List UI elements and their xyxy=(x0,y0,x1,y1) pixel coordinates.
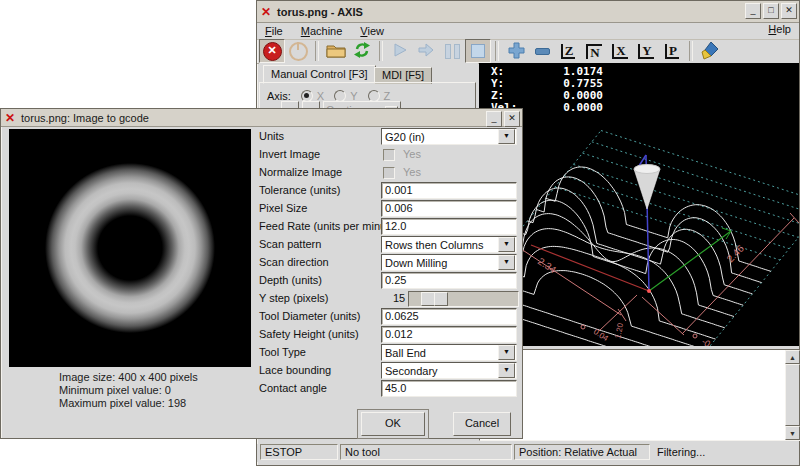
pause-button[interactable] xyxy=(439,39,465,63)
tool-diameter-units-input[interactable]: 0.0625 xyxy=(381,308,517,325)
vertical-scrollbar[interactable]: ▲ ▼ xyxy=(785,350,800,440)
field-label: Scan direction xyxy=(259,254,329,271)
chevron-down-icon: ▼ xyxy=(498,255,515,270)
min-pixel-text: Minimum pixel value: 0 xyxy=(59,384,198,397)
normalize-image-checkbox[interactable] xyxy=(383,167,395,179)
tool-type-dropdown[interactable]: Ball End▼ xyxy=(381,344,517,361)
menubar-left: FileMachineView xyxy=(265,25,402,37)
axis-window-title: torus.png - AXIS xyxy=(277,6,363,18)
clear-plot-button[interactable] xyxy=(697,39,723,63)
step-button[interactable] xyxy=(413,39,439,63)
field-label: Tolerance (units) xyxy=(259,182,340,199)
view-p-button[interactable]: P xyxy=(659,39,685,63)
field-control: 0.001 xyxy=(381,182,517,199)
scroll-up-icon[interactable]: ▲ xyxy=(785,350,800,364)
view-z-rot-button[interactable]: N xyxy=(581,39,607,63)
field-control: 0.012 xyxy=(381,326,517,343)
axis-titlebar[interactable]: ✕ torus.png - AXIS _ □ ✕ xyxy=(257,1,799,23)
close-button[interactable]: ✕ xyxy=(781,3,797,19)
view-y-button[interactable]: Y xyxy=(633,39,659,63)
run-button[interactable] xyxy=(387,39,413,63)
app-logo-icon: ✕ xyxy=(261,7,271,17)
ok-button[interactable]: OK xyxy=(361,412,425,436)
scan-pattern-dropdown[interactable]: Rows then Columns▼ xyxy=(381,236,517,253)
field-control: 0.0625 xyxy=(381,308,517,325)
gcode-text-area[interactable]: ▲ ▼ xyxy=(479,349,800,441)
menu-help[interactable]: Help xyxy=(768,23,791,35)
feed-rate-units-per-minute-input[interactable]: 12.0 xyxy=(381,218,517,235)
chevron-down-icon: ▼ xyxy=(498,237,515,252)
open-file-button[interactable] xyxy=(323,39,349,63)
letter-n-icon: N xyxy=(586,44,601,59)
dialog-title: torus.png: Image to gcode xyxy=(21,112,149,124)
dimension-small-label: 1.20 xyxy=(613,322,625,340)
power-icon xyxy=(289,42,308,61)
view-x-button[interactable]: X xyxy=(607,39,633,63)
scroll-down-icon[interactable]: ▼ xyxy=(785,426,800,440)
dimension-left-label: 2.34 xyxy=(536,255,559,275)
maximize-button[interactable]: □ xyxy=(763,3,779,19)
menu-file[interactable]: File xyxy=(265,25,283,37)
lace-bounding-dropdown[interactable]: Secondary▼ xyxy=(381,362,517,379)
units-dropdown[interactable]: G20 (in)▼ xyxy=(381,128,517,145)
toolbar-separator xyxy=(379,41,383,61)
scan-direction-dropdown[interactable]: Down Milling▼ xyxy=(381,254,517,271)
chevron-down-icon: ▼ xyxy=(498,363,515,378)
field-label: Tool Diameter (units) xyxy=(259,308,360,325)
max-pixel-text: Maximum pixel value: 198 xyxy=(59,397,198,410)
depth-units-input[interactable]: 0.25 xyxy=(381,272,517,289)
field-control: 12.0 xyxy=(381,218,517,235)
menu-view[interactable]: View xyxy=(360,25,384,37)
field-label: Scan pattern xyxy=(259,236,321,253)
zoom-out-icon xyxy=(535,48,550,55)
machine-power-button[interactable] xyxy=(285,39,311,63)
stop-button[interactable] xyxy=(465,39,491,63)
field-label: Safety Height (units) xyxy=(259,326,359,343)
folder-icon xyxy=(326,42,346,60)
stop-icon xyxy=(471,44,485,58)
dimension-small-label: 0.04 xyxy=(592,327,610,343)
field-control: Secondary▼ xyxy=(381,362,517,379)
slider-handle[interactable] xyxy=(434,292,448,306)
image-info: Image size: 400 x 400 pixels Minimum pix… xyxy=(59,371,198,410)
safety-height-units-input[interactable]: 0.012 xyxy=(381,326,517,343)
estop-button[interactable] xyxy=(259,39,285,63)
field-control: 0.006 xyxy=(381,200,517,217)
field-label: Tool Type xyxy=(259,344,306,361)
source-image-panel xyxy=(9,129,251,367)
zoom-in-button[interactable] xyxy=(503,39,529,63)
field-label: Depth (units) xyxy=(259,272,322,289)
image-to-gcode-dialog: ✕ torus.png: Image to gcode _ ✕ Image si… xyxy=(0,108,523,439)
toolbar-separator xyxy=(689,41,693,61)
contact-angle-input[interactable]: 45.0 xyxy=(381,380,517,397)
dialog-minimize-button[interactable]: _ xyxy=(486,111,502,127)
reload-icon xyxy=(353,41,371,61)
run-icon xyxy=(392,42,408,60)
zoom-out-button[interactable] xyxy=(529,39,555,63)
cancel-button[interactable]: Cancel xyxy=(453,412,511,436)
zoom-in-icon xyxy=(508,42,525,61)
dialog-titlebar[interactable]: ✕ torus.png: Image to gcode _ ✕ xyxy=(1,109,522,127)
pause-icon xyxy=(445,44,460,59)
torus-image xyxy=(9,129,251,367)
menu-machine[interactable]: Machine xyxy=(301,25,343,37)
pixel-size-input[interactable]: 0.006 xyxy=(381,200,517,217)
dialog-close-button[interactable]: ✕ xyxy=(504,111,520,127)
tool-cone xyxy=(634,169,660,209)
slider-handle[interactable] xyxy=(421,292,435,306)
field-control: 0.25 xyxy=(381,272,517,289)
step-icon xyxy=(417,43,435,59)
dro-value: 0.0000 xyxy=(563,102,603,114)
field-control: Ball End▼ xyxy=(381,344,517,361)
scroll-thumb[interactable] xyxy=(785,364,800,426)
preview-canvas[interactable]: 2.342.460.041.20-0. X:1.0174Y:0.7755Z:0.… xyxy=(479,63,799,346)
letter-z-icon: Z xyxy=(561,44,576,59)
invert-image-checkbox[interactable] xyxy=(383,149,395,161)
y-step-pixels-slider[interactable] xyxy=(408,291,519,307)
reload-button[interactable] xyxy=(349,39,375,63)
view-z-button[interactable]: Z xyxy=(555,39,581,63)
letter-p-icon: P xyxy=(665,44,679,59)
minimize-button[interactable]: _ xyxy=(745,3,761,19)
tolerance-units-input[interactable]: 0.001 xyxy=(381,182,517,199)
dro-readout: X:1.0174Y:0.7755Z:0.0000Vel:0.0000 xyxy=(491,66,603,114)
